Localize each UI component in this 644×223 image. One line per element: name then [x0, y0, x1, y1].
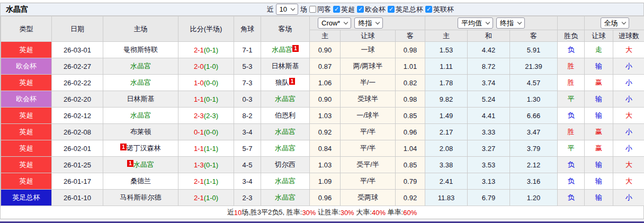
- corner-count: 7-1: [234, 42, 261, 58]
- asia-away-odds: 1.01: [396, 58, 425, 75]
- odds-stage-select[interactable]: 终指: [354, 17, 383, 29]
- asia-handicap-line: 两/两球半: [341, 58, 396, 75]
- summary-row: 近10场,胜3平2负5, 胜率:30% 让胜率:30% 大率:40% 单率:60…: [1, 206, 643, 219]
- asia-home-odds: 0.90: [310, 91, 341, 108]
- away-team-cell: 水晶宫: [261, 91, 310, 108]
- home-team-name: 马科斯菲尔德: [120, 193, 162, 201]
- score-cell: 2-1(1-1): [178, 173, 234, 190]
- handicap-result-value: 输: [595, 95, 602, 103]
- result-cell: 负: [558, 173, 585, 190]
- avg-stage-select[interactable]: 终指: [496, 17, 525, 29]
- match-date: 26-02-01: [52, 140, 103, 157]
- unchecked-checkbox-icon[interactable]: [309, 6, 316, 13]
- table-row: 英超 26-01-25 1水晶宫 1-3(0-1) 4-5 切尔西 1.03 受…: [1, 157, 644, 173]
- away-team-cell: 水晶宫: [261, 124, 310, 140]
- checked-checkbox-icon[interactable]: ✓: [333, 6, 340, 13]
- asia-home-odds: 0.84: [310, 140, 341, 157]
- home-team-name: 诺丁汉森林: [127, 144, 161, 152]
- away-team-name: 水晶宫: [275, 95, 296, 103]
- avg-draw-odds: 3.33: [468, 124, 510, 140]
- result-value: 负: [568, 111, 575, 119]
- scope-select[interactable]: 全场: [601, 17, 629, 29]
- filter-checkbox-英联杯[interactable]: ✓英联杯: [425, 5, 454, 14]
- summary-segment: 近: [227, 208, 234, 217]
- halftime-score: (0-1): [204, 95, 218, 103]
- avg-draw-odds: 8.72: [468, 58, 510, 75]
- result-cell: 负: [558, 157, 585, 173]
- fulltime-score: 2-3: [194, 112, 204, 120]
- asia-home-odds: 0.96: [310, 190, 341, 206]
- handicap-result-value: 输: [595, 177, 602, 185]
- chevron-down-icon: [486, 20, 490, 24]
- goals-result-cell: 大: [613, 108, 644, 124]
- home-team-cell: 水晶宫: [103, 108, 178, 124]
- subcol-asia-home: 主: [310, 30, 341, 42]
- matches-label: 场: [300, 5, 307, 14]
- corner-count: 3-4: [234, 173, 261, 190]
- league-badge: 英超: [1, 75, 52, 91]
- asia-handicap-line: 平/半: [341, 140, 396, 157]
- home-team-cell: 水晶宫: [103, 75, 178, 91]
- table-frame: 水晶宫 近 10 场 同客✓英超✓欧会杯✓英足总杯✓英联杯: [0, 3, 644, 219]
- corner-count: 4-5: [234, 157, 261, 173]
- avg-source-select[interactable]: 平均值: [458, 17, 493, 29]
- asia-home-odds: 0.92: [310, 124, 341, 140]
- score-cell: 2-1(1-0): [178, 190, 234, 206]
- goals-result-value: 小: [625, 62, 632, 70]
- away-team-name: 水晶宫: [272, 46, 292, 53]
- result-value: 胜: [568, 62, 575, 70]
- fulltime-score: 1-1: [194, 95, 204, 103]
- away-team-cell: 日林斯基: [261, 58, 310, 75]
- table-row: 英超 26-03-01 曼彻斯特联 2-1(0-1) 7-1 水晶宫1 0.90…: [1, 42, 644, 58]
- halftime-score: (0-1): [204, 161, 218, 169]
- red-card-badge: 1: [120, 144, 127, 150]
- filter-checkbox-欧会杯[interactable]: ✓欧会杯: [357, 5, 386, 14]
- recent-count-select[interactable]: 10: [276, 4, 298, 15]
- filter-checkbox-同客[interactable]: 同客: [309, 5, 331, 14]
- fulltime-score: 1-1: [194, 145, 204, 153]
- match-table: 类型 日期 主场 比分(半场) 角球 客场 Crow* 终指: [1, 16, 644, 206]
- filter-checkbox-英足总杯[interactable]: ✓英足总杯: [388, 5, 423, 14]
- summary-segment: 10: [234, 209, 241, 217]
- fulltime-score: 2-1: [194, 194, 204, 202]
- away-team-name: 水晶宫: [275, 128, 296, 136]
- avg-home-odds: 2.17: [425, 124, 468, 140]
- match-date: 26-02-12: [52, 108, 103, 124]
- handicap-result-value: 输: [595, 111, 602, 119]
- league-filter-group: 同客✓英超✓欧会杯✓英足总杯✓英联杯: [309, 5, 454, 14]
- avg-draw-odds: 3.27: [468, 140, 510, 157]
- result-value: 胜: [568, 128, 575, 136]
- subcol-asia-line: 让球: [341, 30, 396, 42]
- handicap-result-cell: 输: [585, 173, 613, 190]
- avg-odds-select-cell: 平均值 终指: [425, 16, 558, 30]
- handicap-result-value: 赢: [595, 78, 602, 86]
- red-card-badge: 1: [292, 45, 299, 52]
- odds-company-select[interactable]: Crow*: [318, 17, 351, 29]
- fulltime-score: 2-1: [194, 177, 204, 185]
- checked-checkbox-icon[interactable]: ✓: [388, 6, 395, 13]
- handicap-result-value: 输: [595, 193, 602, 201]
- subcol-avg-draw: 和: [468, 30, 510, 42]
- chevron-down-icon: [291, 6, 295, 11]
- goals-result-cell: 小: [613, 91, 644, 108]
- halftime-score: (1-1): [204, 177, 218, 185]
- league-badge: 英超: [1, 124, 52, 140]
- filter-checkbox-英超[interactable]: ✓英超: [333, 5, 355, 14]
- result-value: 负: [568, 177, 575, 185]
- checked-checkbox-icon[interactable]: ✓: [425, 6, 432, 13]
- asia-handicap-line: 受球半: [341, 91, 396, 108]
- score-cell: 1-3(0-1): [178, 157, 234, 173]
- col-header-corner: 角球: [234, 16, 261, 42]
- home-team-cell: 马科斯菲尔德: [103, 190, 178, 206]
- filter-label: 英超: [341, 5, 355, 14]
- halftime-score: (0-0): [204, 79, 218, 87]
- away-team-cell: 狼队1: [261, 75, 310, 91]
- result-value: 平: [568, 95, 575, 103]
- score-cell: 2-1(0-1): [178, 42, 234, 58]
- away-team-name: 水晶宫: [275, 193, 296, 201]
- result-cell: 胜: [558, 124, 585, 140]
- avg-home-odds: 1.78: [425, 75, 468, 91]
- checked-checkbox-icon[interactable]: ✓: [357, 6, 364, 13]
- corner-count: 5-7: [234, 140, 261, 157]
- avg-home-odds: 2.08: [425, 140, 468, 157]
